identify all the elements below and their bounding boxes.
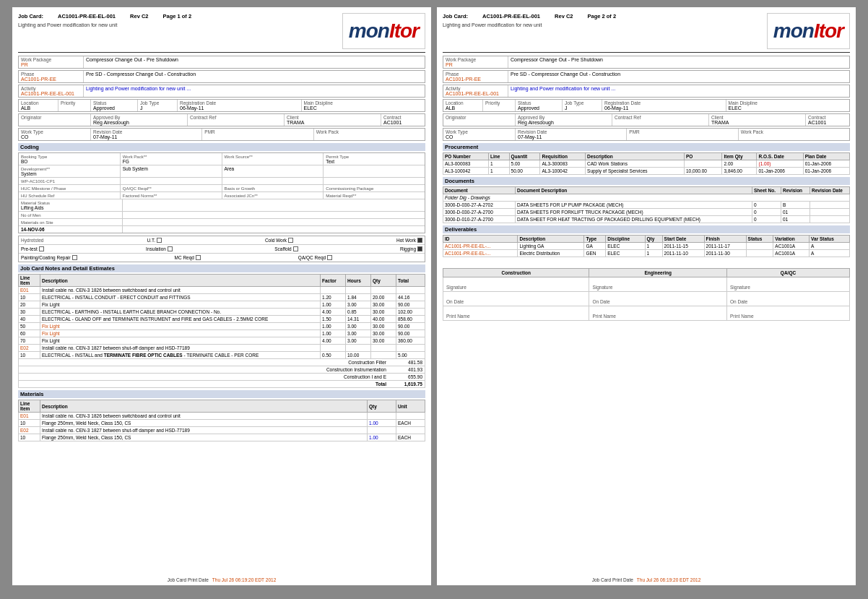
table-row: 3000-D-030-27-A-2702 DATA SHEETS FOR LP … [443, 202, 850, 209]
checkbox-painting[interactable] [72, 255, 77, 260]
table-row: 3000-D-010-27-A-2700 DATA SHEET FOR HEAT… [443, 216, 850, 223]
coding-section: Coding Booking Type BO Work Pack** FG Wo… [18, 143, 425, 233]
contractref-cell: Contract Ref [188, 114, 285, 126]
job-card-label: Job Card: [18, 13, 43, 20]
cb-painting: Painting/Coating Repair [21, 255, 77, 260]
page-num: Page 1 of 2 [162, 13, 191, 20]
col-total: Total [396, 275, 425, 287]
checkbox-coldwork[interactable] [288, 238, 293, 243]
table-row: 40 ELECTRICAL - GLAND OFF and TERMINATE … [19, 316, 425, 323]
cb-scaffold: Scaffold [274, 246, 298, 251]
p2-originator-row: Originator Approved By Reg Airesdough Co… [443, 113, 850, 126]
table-row: E01 Install cable no. CEN-3 1826 between… [19, 287, 425, 294]
checkbox-pretest[interactable] [39, 246, 44, 251]
activity-description: Lighting and Power modification for new … [86, 86, 422, 91]
p2-header-left: Job Card: AC1001-PR-EE-EL-001 Rev C2 Pag… [443, 13, 616, 27]
p2-phase-row: Phase AC1001-PR-EE Pre SD - Compressor C… [443, 70, 850, 83]
col-desc: Description [40, 275, 321, 287]
checkbox-scaffold[interactable] [293, 246, 298, 251]
activity-desc-cell: Lighting and Power modification for new … [84, 85, 425, 97]
jobtype-cell: Job Type J [138, 100, 178, 111]
table-row: AC1001-PR-EE-EL-... Electric Distributio… [443, 250, 850, 257]
checkboxes-section: Hydrotsted U.T. Cold Work Hot Work Pre-t… [18, 236, 425, 262]
approval-ondate-row: On Date On Date On Date [443, 292, 850, 306]
checkbox-mcreqd[interactable] [196, 255, 201, 260]
logo-mon: mon [349, 20, 389, 42]
coding-row-1: Booking Type BO Work Pack** FG Work Sour… [19, 153, 425, 165]
subtotal-construction-instr: Construction Instrumentation 401.93 [19, 366, 425, 374]
checkbox-rigging[interactable] [417, 246, 422, 251]
activity-row: Activity AC1001-PR-EE-EL-001 Lighting an… [18, 85, 425, 98]
phase-row: Phase AC1001-PR-EE Pre SD - Compressor C… [18, 70, 425, 83]
col-hours: Hours [346, 275, 371, 287]
p2-job-card-label: Job Card: [443, 13, 468, 20]
activity-label-cell: Activity AC1001-PR-EE-EL-001 [19, 85, 84, 97]
p2-monitor-logo: monItor [773, 20, 843, 43]
checkbox-row-2: Pre-test Insulation Scaffold Rigging [19, 245, 425, 254]
table-row: AL3-100042 1 50.00 AL3-100042 Supply of … [443, 168, 850, 175]
documents-table: Document Document Description Sheet No. … [443, 186, 850, 223]
table-row: 20 Fix Light 1.003.0030.0090.00 [19, 301, 425, 309]
page1: Job Card: AC1001-PR-EE-EL-001 Rev C2 Pag… [12, 7, 431, 585]
cb-hotwork: Hot Work [396, 238, 422, 243]
coding-row-9: 14-NOV-06 [19, 226, 425, 233]
approval-col-engineering: Engineering [589, 269, 727, 277]
approval-signature-row: Signature Signature Signature [443, 277, 850, 292]
phase-code: AC1001-PR-EE [21, 77, 81, 82]
col-factor: Factor [321, 275, 346, 287]
activity-code: AC1001-PR-EE-EL-001 [21, 91, 81, 96]
cb-pretest: Pre-test [21, 246, 44, 251]
page1-header: Job Card: AC1001-PR-EE-EL-001 Rev C2 Pag… [18, 13, 425, 53]
approvedby-cell: Approved By Reg Airesdough [91, 114, 188, 126]
subtitle: Lighting and Power modification for new … [18, 22, 191, 27]
cb-mcreqd: MC Reqd [175, 255, 201, 260]
monitor-logo: monItor [349, 20, 419, 43]
logo-box: monItor [342, 13, 425, 49]
coding-row-3: WP-AC1001-CP1 [19, 178, 425, 185]
phase-label-cell: Phase AC1001-PR-EE [19, 71, 84, 82]
p2-logo-box: monItor [767, 13, 850, 49]
table-row: 30 ELECTRICAL - EARTHING - INSTALL EARTH… [19, 309, 425, 316]
materials-title: Materials [18, 390, 425, 398]
deliverables-title: Deliverables [443, 225, 850, 233]
table-row: E02 Install cable no. CEN-3 1827 between… [19, 345, 425, 352]
p2-job-number: AC1001-PR-EE-EL-001 [482, 13, 540, 20]
pmr-cell: PMR [202, 129, 313, 140]
logo-itor: Itor [389, 20, 419, 42]
page2-footer: Job Card Print Date Thu Jul 26 06:19:20 … [443, 577, 850, 582]
worktype-row: Work Type CO Revision Date 07-May-11 PMR… [18, 128, 425, 141]
table-row: 10 ELECTRICAL - INSTALL CONDUIT - ERECT … [19, 294, 425, 301]
subtotals-section: Construction Filter 481.58 Construction … [18, 359, 425, 388]
revdate-cell: Revision Date 07-May-11 [91, 129, 202, 140]
p2-worktype-row: Work Type CO Revision Date 07-May-11 PMR… [443, 128, 850, 141]
phase-label: Phase [21, 72, 81, 77]
procurement-table: PO Number Line Quantit Requisition Descr… [443, 152, 850, 175]
cb-coldwork: Cold Work [265, 238, 293, 243]
regdate-cell: Registration Date 06-May-11 [178, 100, 302, 111]
jobcard-notes-section: Job Card Notes and Detail Estimates Line… [18, 264, 425, 388]
loc-cell: Location ALB [19, 100, 58, 111]
subtotal-construction-ie: Construction I and E 655.90 [19, 374, 425, 381]
status-cell: Status Approved [91, 100, 138, 111]
client-cell: Client TRAMA [285, 114, 381, 126]
wt-cell: Work Type CO [19, 129, 91, 140]
job-number: AC1001-PR-EE-EL-001 [58, 13, 116, 20]
coding-grid: Booking Type BO Work Pack** FG Work Sour… [18, 152, 425, 233]
wp-code: PR [21, 62, 81, 67]
wp-label-cell: Work Package PR [19, 56, 84, 68]
table-row: AL3-000083 1 5.00 AL3-300083 CAD Work St… [443, 160, 850, 168]
checkbox-insulation[interactable] [168, 246, 173, 251]
table-row: 10 ELECTRICAL - INSTALL and TERMINATE FI… [19, 352, 425, 359]
cb-ut: U.T. [147, 238, 162, 243]
checkbox-hotwork[interactable] [417, 238, 422, 243]
p2-rev-label: Rev C2 [555, 13, 573, 20]
table-row: E02 Install cable no. CEN-3 1827 between… [19, 427, 425, 434]
table-row: 60 Fix Light 1.003.0030.0090.00 [19, 330, 425, 337]
procurement-title: Procurement [443, 143, 850, 151]
checkbox-qaqcreqd[interactable] [327, 255, 332, 260]
checkbox-ut[interactable] [157, 238, 162, 243]
originator-row: Originator Approved By Reg Airesdough Co… [18, 113, 425, 126]
contract-cell: Contract AC1001 [381, 114, 425, 126]
checkbox-row-1: Hydrotsted U.T. Cold Work Hot Work [19, 236, 425, 245]
table-row: AC1001-PR-EE-EL-... Lighting GA GA ELEC … [443, 243, 850, 250]
